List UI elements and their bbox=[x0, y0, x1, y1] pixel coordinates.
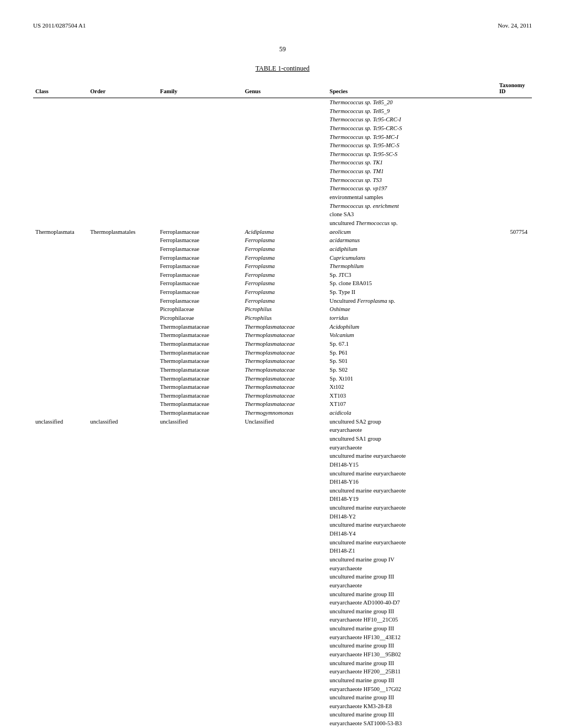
cell-order bbox=[88, 452, 158, 461]
cell-genus bbox=[243, 202, 328, 211]
cell-taxonomy bbox=[497, 650, 532, 659]
cell-family bbox=[158, 641, 243, 650]
cell-taxonomy bbox=[497, 245, 532, 254]
cell-class bbox=[33, 150, 88, 159]
table-row: uncultured marine group III bbox=[33, 624, 532, 633]
table-row: euryarchaeote bbox=[33, 426, 532, 435]
table-row: uncultured marine group III bbox=[33, 572, 532, 581]
cell-taxonomy bbox=[497, 702, 532, 711]
cell-order bbox=[88, 115, 158, 124]
cell-class bbox=[33, 184, 88, 193]
cell-genus: Thermoplasmataceae bbox=[243, 331, 328, 340]
cell-species: euryarchaeote bbox=[327, 581, 497, 590]
cell-family: Thermoplasmataceae bbox=[158, 400, 243, 409]
table-row: ThermoplasmataceaeThermoplasmataceaeSp. … bbox=[33, 357, 532, 366]
page-number: 59 bbox=[33, 45, 532, 53]
cell-taxonomy bbox=[497, 236, 532, 245]
cell-family bbox=[158, 702, 243, 711]
cell-order bbox=[88, 685, 158, 694]
cell-taxonomy bbox=[497, 443, 532, 452]
table-row: Thermococcus sp. TM1 bbox=[33, 167, 532, 176]
cell-species: uncultured marine euryarchaeote bbox=[327, 521, 497, 529]
cell-order bbox=[88, 219, 158, 228]
table-row: FerroplasmaceaeFerroplasmaacidarmanus bbox=[33, 236, 532, 245]
cell-species: DH148-Y19 bbox=[327, 495, 497, 504]
cell-family bbox=[158, 667, 243, 676]
header-class: Class bbox=[33, 81, 88, 98]
table-row: Thermococcus sp. Tc95-CRC-S bbox=[33, 124, 532, 133]
cell-order bbox=[88, 124, 158, 133]
table-row: euryarchaeote HF200__25B11 bbox=[33, 667, 532, 676]
cell-species: Sp. Xt101 bbox=[327, 374, 497, 383]
cell-class bbox=[33, 115, 88, 124]
cell-genus: Acidiplasma bbox=[243, 228, 328, 237]
cell-genus: Thermoplasmataceae bbox=[243, 392, 328, 400]
cell-order bbox=[88, 176, 158, 185]
table-row: FerroplasmaceaeFerroplasmaacidiphilum bbox=[33, 245, 532, 254]
cell-family bbox=[158, 107, 243, 116]
table-row: uncultured marine euryarchaeote bbox=[33, 452, 532, 461]
cell-species: euryarchaeote bbox=[327, 443, 497, 452]
table-row: Thermococcus sp. Te85_9 bbox=[33, 107, 532, 116]
cell-family bbox=[158, 115, 243, 124]
cell-species: acidiphilum bbox=[327, 245, 497, 254]
cell-class bbox=[33, 685, 88, 694]
cell-class bbox=[33, 676, 88, 685]
cell-species: Thermococcus sp. Tc95-CRC-I bbox=[327, 115, 497, 124]
cell-class bbox=[33, 305, 88, 314]
cell-species: DH148-Y4 bbox=[327, 529, 497, 538]
cell-class bbox=[33, 529, 88, 538]
cell-order bbox=[88, 107, 158, 116]
cell-taxonomy bbox=[497, 555, 532, 564]
cell-species: Thermococcus sp. TM1 bbox=[327, 167, 497, 176]
cell-class bbox=[33, 323, 88, 331]
cell-taxonomy bbox=[497, 254, 532, 263]
cell-genus bbox=[243, 504, 328, 512]
cell-family bbox=[158, 633, 243, 642]
table-row: uncultured marine group III bbox=[33, 710, 532, 719]
cell-species: uncultured marine group III bbox=[327, 572, 497, 581]
table-row: uncultured marine euryarchaeote bbox=[33, 469, 532, 478]
cell-taxonomy bbox=[497, 349, 532, 357]
cell-family bbox=[158, 176, 243, 185]
cell-class bbox=[33, 158, 88, 167]
cell-species: Sp. P61 bbox=[327, 349, 497, 357]
cell-taxonomy bbox=[497, 374, 532, 383]
cell-order: unclassified bbox=[88, 417, 158, 426]
cell-species: DH148-Y16 bbox=[327, 478, 497, 486]
cell-order bbox=[88, 633, 158, 642]
cell-species: uncultured SA1 group bbox=[327, 435, 497, 443]
cell-class bbox=[33, 374, 88, 383]
cell-order bbox=[88, 607, 158, 616]
cell-family: Thermoplasmataceae bbox=[158, 331, 243, 340]
cell-order bbox=[88, 184, 158, 193]
cell-genus bbox=[243, 141, 328, 150]
cell-class bbox=[33, 495, 88, 504]
cell-taxonomy bbox=[497, 452, 532, 461]
cell-species: Sp. S01 bbox=[327, 357, 497, 366]
table-row: ThermoplasmataceaeThermoplasmataceaeXT10… bbox=[33, 392, 532, 400]
table-row: DH148-Y15 bbox=[33, 461, 532, 469]
cell-family: Ferroplasmaceae bbox=[158, 279, 243, 288]
cell-species: euryarchaeote AD1000-40-D7 bbox=[327, 598, 497, 607]
table-row: Thermococcus sp. enrichment bbox=[33, 202, 532, 211]
cell-class bbox=[33, 133, 88, 142]
table-row: ThermoplasmataceaeThermoplasmataceaeAcid… bbox=[33, 323, 532, 331]
cell-species: Thermococcus sp. Tc95-CRC-S bbox=[327, 124, 497, 133]
cell-taxonomy bbox=[497, 641, 532, 650]
page-header: US 2011/0287504 A1 Nov. 24, 2011 bbox=[33, 22, 532, 29]
cell-taxonomy bbox=[497, 357, 532, 366]
cell-taxonomy bbox=[497, 547, 532, 555]
cell-species: Thermococcus sp. Tc95-MC-I bbox=[327, 133, 497, 142]
cell-species: Thermophilum bbox=[327, 262, 497, 271]
table-row: ThermoplasmataceaeThermoplasmataceaeSp. … bbox=[33, 340, 532, 349]
cell-species: euryarchaeote bbox=[327, 564, 497, 573]
cell-order bbox=[88, 254, 158, 263]
table-row: uncultured marine euryarchaeote bbox=[33, 538, 532, 547]
cell-family: Ferroplasmaceae bbox=[158, 262, 243, 271]
cell-order bbox=[88, 538, 158, 547]
cell-order bbox=[88, 667, 158, 676]
cell-class bbox=[33, 521, 88, 529]
cell-family bbox=[158, 521, 243, 529]
cell-class bbox=[33, 245, 88, 254]
